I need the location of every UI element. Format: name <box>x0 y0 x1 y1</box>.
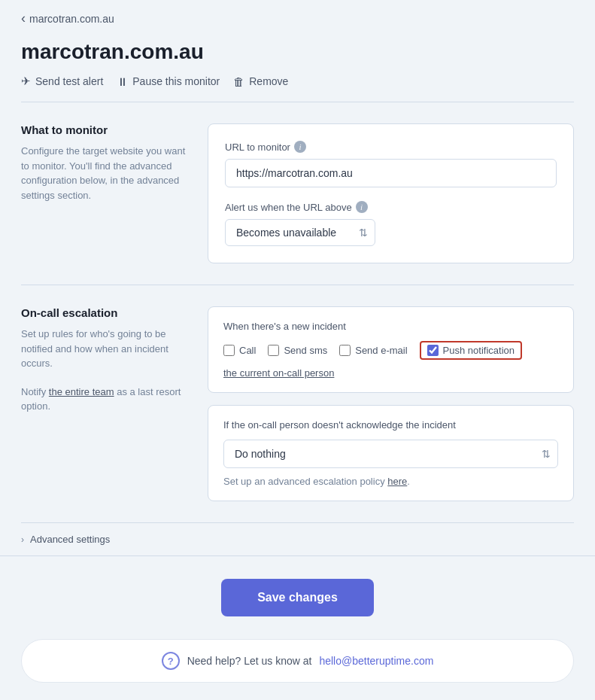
send-email-checkbox-label[interactable]: Send e-mail <box>339 345 407 356</box>
alert-select-wrapper: Becomes unavailable ⇅ <box>225 219 375 246</box>
call-checkbox-label[interactable]: Call <box>223 345 256 356</box>
on-call-person-link[interactable]: the current on-call person <box>223 367 334 379</box>
acknowledge-select-wrapper: Do nothing ⇅ <box>223 440 558 468</box>
what-to-monitor-section: What to monitor Configure the target web… <box>0 102 595 285</box>
escalation-cards: When there's a new incident Call Send sm… <box>208 306 574 501</box>
on-call-escalation-section: On-call escalation Set up rules for who'… <box>0 285 595 522</box>
send-sms-label: Send sms <box>284 345 327 356</box>
save-section: Save changes <box>0 556 595 639</box>
chevron-right-icon: › <box>21 534 24 545</box>
call-label: Call <box>239 345 256 356</box>
acknowledge-footer: Set up an advanced escalation policy her… <box>223 476 558 487</box>
on-call-description: Set up rules for who's going to be notif… <box>21 327 187 371</box>
action-bar: ✈ Send test alert ⏸ Pause this monitor 🗑… <box>21 75 574 88</box>
save-changes-button[interactable]: Save changes <box>221 579 374 616</box>
on-call-title: On-call escalation <box>21 306 187 319</box>
breadcrumb[interactable]: marcotran.com.au <box>0 0 595 37</box>
alert-info-icon[interactable]: i <box>356 201 368 213</box>
send-test-alert-button[interactable]: ✈ Send test alert <box>21 75 103 88</box>
alert-label: Alert us when the URL above i <box>225 201 557 213</box>
incident-title: When there's a new incident <box>223 321 558 332</box>
help-icon: ? <box>162 652 180 670</box>
what-to-monitor-card: URL to monitor i Alert us when the URL a… <box>208 123 574 263</box>
checkbox-row: Call Send sms Send e-mail Push notificat… <box>223 341 558 360</box>
push-notification-checkbox[interactable] <box>427 345 439 356</box>
send-sms-checkbox[interactable] <box>268 345 279 356</box>
page: marcotran.com.au marcotran.com.au ✈ Send… <box>0 0 595 700</box>
breadcrumb-link[interactable]: marcotran.com.au <box>21 11 114 26</box>
last-resort-text: Notify the entire team as a last resort … <box>21 385 187 414</box>
url-label: URL to monitor i <box>225 141 557 153</box>
advanced-settings-row[interactable]: › Advanced settings <box>0 523 595 555</box>
page-title: marcotran.com.au <box>21 40 574 64</box>
send-icon: ✈ <box>21 75 31 88</box>
help-footer: ? Need help? Let us know at hello@better… <box>21 639 574 683</box>
alert-select[interactable]: Becomes unavailable <box>225 219 375 246</box>
pause-icon: ⏸ <box>117 75 128 88</box>
escalation-policy-link[interactable]: here <box>387 476 407 487</box>
incident-footer: the current on-call person <box>223 367 558 379</box>
help-text: Need help? Let us know at <box>187 655 312 667</box>
remove-button[interactable]: 🗑 Remove <box>233 75 288 88</box>
what-to-monitor-description: Configure the target website you want to… <box>21 144 187 202</box>
url-input[interactable] <box>225 159 557 187</box>
what-to-monitor-label: What to monitor Configure the target web… <box>21 123 187 202</box>
call-checkbox[interactable] <box>223 345 235 356</box>
trash-icon: 🗑 <box>233 75 244 88</box>
send-email-label: Send e-mail <box>355 345 407 356</box>
page-header: marcotran.com.au ✈ Send test alert ⏸ Pau… <box>0 37 595 102</box>
incident-card: When there's a new incident Call Send sm… <box>208 306 574 393</box>
entire-team-link[interactable]: the entire team <box>49 386 114 397</box>
on-call-label: On-call escalation Set up rules for who'… <box>21 306 187 414</box>
pause-monitor-button[interactable]: ⏸ Pause this monitor <box>117 75 220 88</box>
send-email-checkbox[interactable] <box>339 345 351 356</box>
pause-monitor-label: Pause this monitor <box>132 75 220 87</box>
acknowledge-card: If the on-call person doesn't acknowledg… <box>208 405 574 501</box>
send-test-alert-label: Send test alert <box>35 75 103 87</box>
what-to-monitor-title: What to monitor <box>21 123 187 136</box>
push-notification-label: Push notification <box>443 345 515 356</box>
advanced-settings-label: Advanced settings <box>30 534 110 545</box>
help-email-link[interactable]: hello@betteruptime.com <box>319 655 433 667</box>
acknowledge-title: If the on-call person doesn't acknowledg… <box>223 419 558 431</box>
push-notification-checkbox-label[interactable]: Push notification <box>420 341 522 360</box>
acknowledge-select[interactable]: Do nothing <box>223 440 558 468</box>
send-sms-checkbox-label[interactable]: Send sms <box>268 345 327 356</box>
remove-label: Remove <box>249 75 288 87</box>
url-info-icon[interactable]: i <box>294 141 306 153</box>
